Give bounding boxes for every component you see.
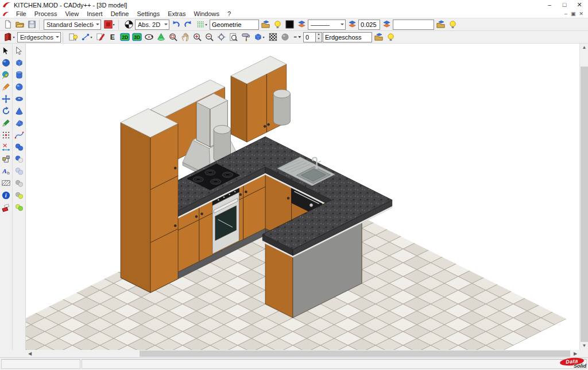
dimension-icon[interactable] — [1, 141, 12, 153]
doc-new-icon[interactable] — [2, 19, 13, 30]
pencil-orange-icon[interactable] — [1, 81, 12, 92]
move-tool-icon[interactable] — [1, 93, 12, 104]
storey-dropdown[interactable]: Erdgeschos — [17, 32, 61, 42]
view-sphere-icon[interactable] — [1, 69, 12, 80]
menu-view[interactable]: View — [61, 10, 83, 17]
mdi-minimize-button[interactable]: – — [564, 11, 567, 17]
sphere-gray-icon[interactable] — [279, 32, 291, 43]
hatch-lines-icon[interactable] — [1, 177, 12, 189]
grid-icon[interactable]: ▾ — [194, 19, 209, 30]
menu-define[interactable]: Define — [107, 10, 133, 17]
solid-sphere-icon[interactable] — [13, 81, 25, 92]
bool-subtract-icon[interactable] — [13, 153, 25, 165]
storey-tool-icon[interactable]: ▾ — [2, 32, 17, 43]
coord-mode-dropdown[interactable]: Abs. 2D — [135, 20, 169, 30]
color-swatch-red-icon[interactable]: ▾ — [102, 19, 117, 30]
info-icon[interactable]: i — [1, 189, 12, 201]
folder-open-icon[interactable] — [14, 19, 25, 30]
cursor-black-icon[interactable] — [1, 45, 12, 56]
save-icon[interactable] — [26, 19, 37, 30]
vertical-scroll-thumb[interactable] — [581, 67, 588, 342]
black-swatch-icon[interactable] — [284, 19, 295, 30]
line-width-input[interactable] — [358, 20, 380, 30]
link-icon[interactable]: ▾ — [79, 32, 94, 43]
zoom-page-icon[interactable] — [227, 32, 239, 43]
menu-[interactable]: ? — [223, 10, 235, 17]
undo-icon[interactable] — [170, 19, 181, 30]
layers-icon[interactable] — [346, 19, 358, 30]
layer-name-input[interactable] — [210, 20, 259, 30]
line-style-dropdown[interactable]: ——— — [308, 20, 346, 30]
selection-dropdown[interactable]: Standard Selection — [44, 20, 101, 30]
group-tool-icon[interactable] — [1, 153, 12, 165]
redo-icon[interactable] — [182, 19, 194, 30]
view-cone-icon[interactable] — [155, 32, 167, 43]
view-3d-icon[interactable]: 3D — [131, 32, 142, 43]
dash-drop-icon[interactable] — [291, 32, 303, 43]
pan-hand-icon[interactable] — [179, 32, 191, 43]
spheres-green-icon[interactable] — [13, 201, 25, 213]
scroll-left-arrow[interactable]: ◀ — [26, 350, 34, 357]
vertical-scrollbar[interactable]: ▲ ▼ — [579, 44, 588, 350]
spheres-gray-icon[interactable] — [13, 177, 25, 189]
folder-layers-icon[interactable] — [260, 19, 271, 30]
minimize-button[interactable]: – — [543, 1, 556, 9]
zoom-all-icon[interactable] — [215, 32, 227, 43]
storey-spinner[interactable]: ▲▼ — [303, 32, 322, 42]
zoom-in-icon[interactable] — [191, 32, 203, 43]
red-pen-icon[interactable] — [95, 32, 106, 43]
solid-box-icon[interactable] — [13, 57, 25, 68]
horizontal-scroll-thumb[interactable] — [140, 350, 570, 357]
scroll-down-arrow[interactable]: ▼ — [580, 342, 588, 350]
aperture-icon[interactable] — [123, 19, 134, 30]
horizontal-scrollbar[interactable]: ◀ ▶ — [26, 350, 579, 357]
bulb-layers-icon[interactable] — [447, 19, 458, 30]
drawing-canvas[interactable] — [26, 44, 579, 350]
bulb-layers-icon[interactable] — [272, 19, 283, 30]
empty-input[interactable] — [393, 20, 434, 30]
spline-tool-icon[interactable] — [13, 129, 25, 141]
folder-layers-icon[interactable] — [373, 32, 384, 43]
text-tool-icon[interactable]: Ab — [1, 165, 12, 177]
menu-insert[interactable]: Insert — [83, 10, 107, 17]
rotate-view-icon[interactable] — [143, 32, 154, 43]
solid-wedge-icon[interactable] — [13, 117, 25, 128]
menu-file[interactable]: File — [12, 10, 30, 17]
hatch-pattern-icon[interactable] — [267, 32, 278, 43]
cursor-white-icon[interactable] — [13, 45, 25, 56]
menu-process[interactable]: Process — [30, 10, 61, 17]
layers-icon[interactable] — [296, 19, 307, 30]
mdi-restore-button[interactable]: ▣ — [571, 11, 576, 17]
kitchen-3d-model[interactable] — [26, 44, 579, 350]
spheres-yellow-icon[interactable] — [13, 189, 25, 201]
maximize-button[interactable]: □ — [558, 1, 571, 9]
door-bulb-icon[interactable] — [67, 32, 79, 43]
solid-cylinder-icon[interactable] — [13, 69, 25, 80]
storey-input[interactable] — [323, 32, 372, 42]
rotate-tool-icon[interactable] — [1, 105, 12, 116]
zoom-window-icon[interactable] — [167, 32, 179, 43]
bulb-layers-icon[interactable] — [385, 32, 396, 43]
solid-box-icon[interactable]: ▾ — [252, 32, 266, 43]
scroll-right-arrow[interactable]: ▶ — [571, 350, 579, 357]
menu-settings[interactable]: Settings — [133, 10, 164, 17]
layers-icon[interactable] — [381, 19, 392, 30]
eraser-icon[interactable] — [1, 201, 12, 213]
scroll-up-arrow[interactable]: ▲ — [580, 44, 588, 52]
snap-points-icon[interactable] — [1, 129, 12, 141]
zoom-out-icon[interactable] — [203, 32, 215, 43]
menu-windows[interactable]: Windows — [189, 10, 223, 17]
close-button[interactable]: ✕ — [573, 1, 586, 9]
menu-extras[interactable]: Extras — [164, 10, 189, 17]
view-2d-icon[interactable]: 2D — [119, 32, 130, 43]
pencil-green-icon[interactable] — [1, 117, 12, 128]
folder-layers-icon[interactable] — [435, 19, 446, 30]
sphere-blue-icon[interactable] — [1, 57, 12, 68]
mdi-close-button[interactable]: ✕ — [579, 11, 583, 17]
bool-intersect-icon[interactable] — [13, 165, 25, 177]
paint-roller-icon[interactable] — [239, 32, 251, 43]
e-label-icon[interactable]: E — [107, 32, 118, 43]
solid-torus-icon[interactable] — [13, 93, 25, 104]
bool-union-icon[interactable] — [13, 141, 25, 153]
solid-cone-icon[interactable] — [13, 105, 25, 116]
